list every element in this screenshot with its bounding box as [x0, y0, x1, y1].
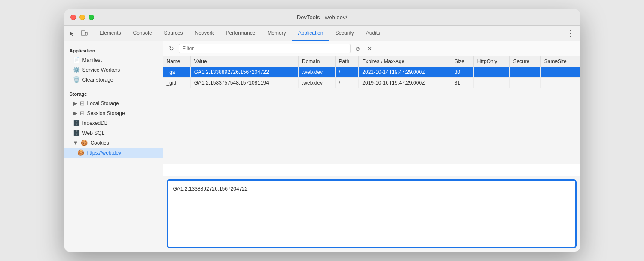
table-row[interactable]: _gaGA1.2.1338892726.1567204722.web.dev/2…	[163, 67, 580, 78]
sidebar-item-local-storage[interactable]: ▶ ⊞ Local Storage	[64, 98, 163, 108]
clear-filter-button[interactable]: ⊘	[353, 44, 363, 53]
sidebar-item-manifest[interactable]: 📄 Manifest	[64, 55, 163, 65]
sidebar-section-application: Application	[64, 45, 163, 55]
col-samesite[interactable]: SameSite	[540, 56, 580, 67]
expand-icon: ▶	[73, 100, 77, 106]
content-area: ↻ ⊘ ✕ Name Value Domain Path Expires / M…	[163, 41, 580, 252]
more-options-icon[interactable]: ⋮	[564, 29, 577, 38]
detail-value: GA1.2.1338892726.1567204722	[173, 186, 248, 192]
session-storage-icon: ⊞	[80, 110, 85, 116]
toolbar-icons	[68, 29, 89, 38]
sidebar: Application 📄 Manifest ⚙️ Service Worker…	[64, 41, 163, 252]
service-workers-icon: ⚙️	[73, 67, 80, 73]
tab-performance[interactable]: Performance	[220, 26, 262, 41]
manifest-icon: 📄	[73, 57, 80, 63]
sidebar-item-indexeddb[interactable]: 🗄️ IndexedDB	[64, 118, 163, 128]
main-toolbar: Elements Console Sources Network Perform…	[64, 26, 580, 41]
table-header-row: Name Value Domain Path Expires / Max-Age…	[163, 56, 580, 67]
col-name[interactable]: Name	[163, 56, 191, 67]
traffic-lights	[70, 15, 94, 20]
content-toolbar: ↻ ⊘ ✕	[163, 41, 580, 56]
table-row[interactable]: _gidGA1.2.1583757548.1571081194.web.dev/…	[163, 78, 580, 88]
cursor-icon[interactable]	[68, 29, 76, 38]
maximize-button[interactable]	[89, 15, 94, 20]
refresh-button[interactable]: ↻	[167, 44, 176, 53]
websql-icon: 🗄️	[73, 130, 80, 136]
cookies-url-icon: 🍪	[77, 149, 84, 156]
table-body: _gaGA1.2.1338892726.1567204722.web.dev/2…	[163, 67, 580, 88]
col-httponly[interactable]: HttpOnly	[473, 56, 510, 67]
tab-audits[interactable]: Audits	[360, 26, 386, 41]
sidebar-item-service-workers[interactable]: ⚙️ Service Workers	[64, 65, 163, 75]
tab-memory[interactable]: Memory	[261, 26, 292, 41]
cookies-table-container: Name Value Domain Path Expires / Max-Age…	[163, 56, 580, 164]
expand-icon2: ▶	[73, 110, 77, 116]
svg-rect-0	[81, 31, 85, 35]
tab-security[interactable]: Security	[329, 26, 360, 41]
sidebar-section-storage: Storage	[64, 88, 163, 98]
collapse-icon: ▼	[73, 140, 79, 146]
col-path[interactable]: Path	[335, 56, 359, 67]
sidebar-item-cookies-url[interactable]: 🍪 https://web.dev	[64, 148, 163, 158]
col-secure[interactable]: Secure	[510, 56, 540, 67]
detail-panel: GA1.2.1338892726.1567204722	[167, 179, 577, 248]
close-button[interactable]	[70, 15, 76, 20]
cookies-icon: 🍪	[81, 140, 88, 146]
col-value[interactable]: Value	[190, 56, 298, 67]
cookies-table: Name Value Domain Path Expires / Max-Age…	[163, 56, 580, 88]
sidebar-item-cookies[interactable]: ▼ 🍪 Cookies	[64, 138, 163, 148]
svg-rect-1	[85, 32, 87, 35]
filter-input[interactable]	[179, 44, 351, 53]
tab-sources[interactable]: Sources	[158, 26, 189, 41]
col-domain[interactable]: Domain	[299, 56, 335, 67]
sidebar-item-websql[interactable]: 🗄️ Web SQL	[64, 128, 163, 138]
tab-elements[interactable]: Elements	[94, 26, 127, 41]
window-title: DevTools - web.dev/	[297, 14, 347, 21]
empty-row	[163, 164, 580, 176]
tab-application[interactable]: Application	[292, 26, 330, 41]
col-expires[interactable]: Expires / Max-Age	[359, 56, 451, 67]
indexeddb-icon: 🗄️	[73, 120, 80, 126]
device-toggle-icon[interactable]	[80, 29, 89, 38]
minimize-button[interactable]	[79, 15, 85, 20]
col-size[interactable]: Size	[451, 56, 473, 67]
tab-network[interactable]: Network	[189, 26, 220, 41]
local-storage-icon: ⊞	[80, 100, 85, 106]
main-area: Application 📄 Manifest ⚙️ Service Worker…	[64, 41, 580, 252]
sidebar-item-clear-storage[interactable]: 🗑️ Clear storage	[64, 75, 163, 85]
close-filter-button[interactable]: ✕	[365, 44, 375, 53]
devtools-window: DevTools - web.dev/ Elements Console So	[64, 9, 580, 252]
sidebar-item-session-storage[interactable]: ▶ ⊞ Session Storage	[64, 108, 163, 118]
tab-console[interactable]: Console	[127, 26, 158, 41]
clear-storage-icon: 🗑️	[73, 76, 80, 83]
titlebar: DevTools - web.dev/	[64, 9, 580, 26]
